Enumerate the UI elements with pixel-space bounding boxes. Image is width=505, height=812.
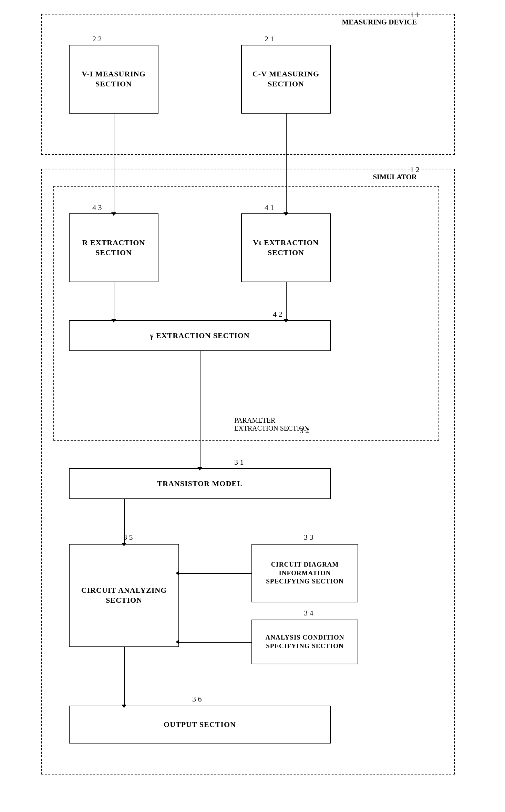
circuit-diagram-info-box: CIRCUIT DIAGRAMINFORMATIONSPECIFYING SEC… (251, 544, 358, 602)
vi-measuring-label: V-I MEASURINGSECTION (82, 69, 146, 89)
arrow-r-to-gamma (114, 282, 114, 320)
arrow-analysis-to-circuit (179, 642, 251, 643)
simulator-label: SIMULATOR (373, 173, 417, 181)
cv-measuring-box: C-V MEASURINGSECTION (241, 45, 331, 114)
arrow-circuit-to-output (124, 647, 125, 706)
arrowhead-vi-to-r (111, 212, 116, 216)
ref-22: 2 2 (92, 34, 102, 43)
ref-31: 3 1 (234, 458, 244, 467)
circuit-analyzing-label: CIRCUIT ANALYZINGSECTION (81, 586, 167, 605)
gamma-extraction-label: γ EXTRACTION SECTION (150, 331, 249, 341)
vt-extraction-box: Vt EXTRACTIONSECTION (241, 213, 331, 282)
measuring-device-label: MEASURING DEVICE (342, 18, 417, 27)
arrow-cv-to-vt (286, 114, 287, 213)
arrow-circuit-info-to-analyzing (179, 573, 251, 574)
arrowhead-cv-to-vt (284, 212, 288, 216)
ref-33: 3 3 (304, 533, 313, 542)
analysis-condition-label: ANALYSIS CONDITIONSPECIFYING SECTION (266, 633, 344, 650)
arrowhead-circuit-info (176, 571, 179, 576)
arrowhead-vt-to-gamma (284, 319, 288, 323)
circuit-diagram-info-label: CIRCUIT DIAGRAMINFORMATIONSPECIFYING SEC… (266, 560, 343, 586)
transistor-model-box: TRANSISTOR MODEL (69, 468, 331, 499)
arrowhead-circuit-to-output (122, 705, 126, 708)
ref-36: 3 6 (192, 695, 202, 704)
circuit-analyzing-box: CIRCUIT ANALYZINGSECTION (69, 544, 179, 647)
vi-measuring-box: V-I MEASURINGSECTION (69, 45, 158, 114)
gamma-extraction-box: γ EXTRACTION SECTION (69, 320, 331, 351)
arrow-vt-to-gamma (286, 282, 287, 320)
ref-41: 4 1 (265, 203, 274, 212)
ref-42: 4 2 (273, 310, 282, 319)
arrowhead-gamma-to-transistor (197, 467, 202, 471)
analysis-condition-box: ANALYSIS CONDITIONSPECIFYING SECTION (251, 620, 358, 664)
r-extraction-label: R EXTRACTIONSECTION (82, 238, 145, 257)
ref-34: 3 4 (304, 609, 313, 618)
output-section-label: OUTPUT SECTION (164, 720, 236, 730)
arrowhead-transistor-to-circuit (122, 543, 126, 546)
ref-43: 4 3 (92, 203, 102, 212)
cv-measuring-label: C-V MEASURINGSECTION (252, 69, 319, 89)
transistor-model-label: TRANSISTOR MODEL (157, 479, 242, 489)
arrow-vi-to-r (114, 114, 114, 213)
param-extraction-label: PARAMETEREXTRACTION SECTION (234, 416, 309, 432)
vt-extraction-label: Vt EXTRACTIONSECTION (253, 238, 319, 257)
arrowhead-r-to-gamma (111, 319, 116, 323)
ref-32: 3 2 (300, 426, 309, 435)
diagram-container: 1 1 MEASURING DEVICE V-I MEASURINGSECTIO… (0, 0, 505, 812)
arrowhead-analysis (176, 640, 179, 644)
arrow-gamma-to-transistor (200, 351, 200, 468)
ref-35: 3 5 (123, 533, 133, 542)
arrow-transistor-to-circuit (124, 499, 125, 544)
output-section-box: OUTPUT SECTION (69, 706, 331, 744)
r-extraction-box: R EXTRACTIONSECTION (69, 213, 158, 282)
ref-21: 2 1 (265, 34, 274, 43)
